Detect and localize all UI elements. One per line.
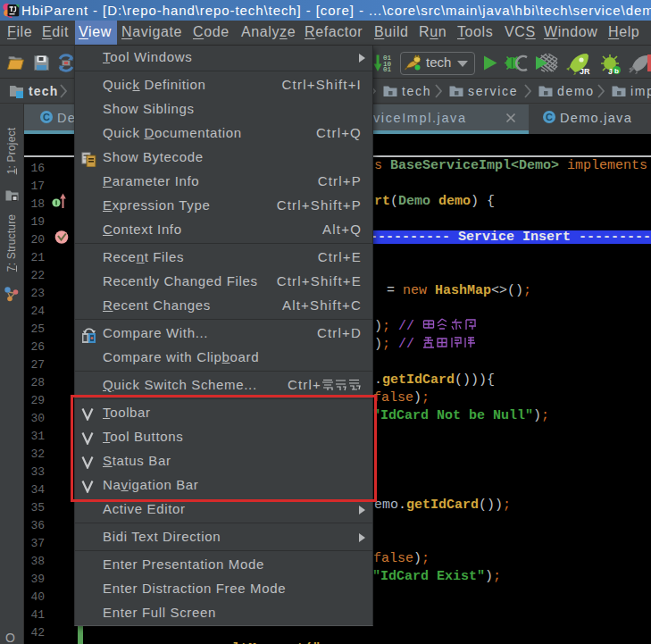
svg-text:01: 01 [383, 66, 392, 73]
svg-text:C: C [546, 112, 553, 122]
svg-text:C: C [43, 112, 50, 122]
svg-text:JR: JR [580, 67, 590, 76]
svg-text:b: b [614, 67, 619, 75]
svg-text:J: J [608, 67, 613, 76]
